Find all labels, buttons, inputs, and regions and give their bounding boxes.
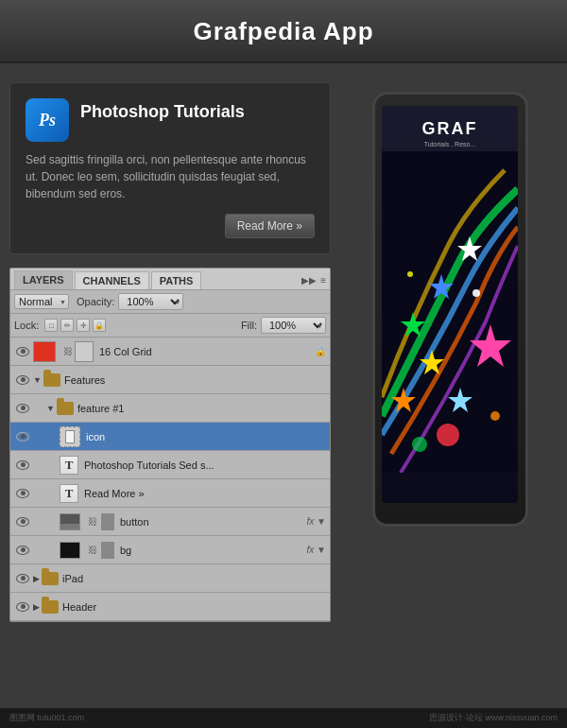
ipad-screen: GRAF Tutorials , Reso... bbox=[382, 106, 518, 503]
eye-icon-header-layer[interactable] bbox=[14, 598, 31, 615]
eye-glyph bbox=[16, 432, 29, 442]
layer-name-header-layer: Header bbox=[62, 601, 326, 613]
app-title: Grafpedia App bbox=[0, 17, 567, 46]
tutorial-card-header: Ps Photoshop Tutorials bbox=[26, 98, 315, 142]
layer-thumb-bg2 bbox=[101, 542, 114, 559]
chevron-feature1[interactable]: ▼ bbox=[46, 404, 55, 413]
eye-glyph bbox=[16, 404, 29, 413]
mode-select-wrapper[interactable]: Normal bbox=[14, 294, 69, 309]
folder-icon-header bbox=[42, 600, 59, 614]
layer-thumb-red bbox=[33, 341, 56, 362]
folder-icon-ipad bbox=[42, 572, 59, 585]
eye-icon-icon-layer[interactable] bbox=[14, 428, 31, 445]
fill-select-wrapper[interactable]: 100% bbox=[261, 317, 326, 334]
lock-transparent-icon[interactable]: □ bbox=[44, 319, 58, 332]
layers-panel: LAYERS CHANNELS PATHS ▶▶ ≡ Normal Opacit… bbox=[9, 268, 331, 622]
opacity-label: Opacity: bbox=[77, 296, 114, 307]
lock-move-icon[interactable]: ✛ bbox=[77, 319, 90, 332]
chain-icon-1: ⛓ bbox=[63, 346, 73, 356]
layers-tabs: LAYERS CHANNELS PATHS ▶▶ ≡ bbox=[10, 269, 330, 290]
eye-icon-button[interactable] bbox=[14, 513, 31, 530]
ipad-app-title: GRAF bbox=[382, 106, 518, 141]
ipad-app-subtitle: Tutorials , Reso... bbox=[382, 141, 518, 147]
ipad-screen-content: GRAF Tutorials , Reso... bbox=[382, 106, 518, 503]
eye-icon-ipad[interactable] bbox=[14, 570, 31, 587]
layer-row-feature1[interactable]: ▼ feature #1 bbox=[10, 394, 330, 423]
layer-name-read-more: Read More » bbox=[84, 488, 326, 499]
tutorial-title: Photoshop Tutorials bbox=[80, 98, 245, 123]
opacity-select[interactable]: 100% bbox=[118, 293, 183, 310]
eye-glyph bbox=[16, 489, 29, 498]
tab-expand-icon[interactable]: ▶▶ bbox=[301, 275, 317, 286]
layer-name-feature1: feature #1 bbox=[77, 403, 326, 414]
lock-glyph: 🔒 bbox=[315, 346, 326, 356]
layer-row-button[interactable]: ⛓ button fx ▼ bbox=[10, 508, 330, 536]
lock-label: Lock: bbox=[14, 320, 39, 331]
layer-name-icon: icon bbox=[86, 431, 326, 442]
eye-glyph bbox=[16, 347, 29, 356]
fill-select[interactable]: 100% bbox=[261, 317, 326, 334]
eye-icon-features[interactable] bbox=[14, 372, 31, 389]
tab-menu-icon[interactable]: ≡ bbox=[320, 275, 326, 286]
read-more-button[interactable]: Read More » bbox=[225, 214, 315, 238]
chevron-ipad[interactable]: ▶ bbox=[33, 574, 40, 583]
layer-name-button: button bbox=[120, 516, 303, 528]
layer-row-bg[interactable]: ⛓ bg fx ▼ bbox=[10, 536, 330, 564]
svg-point-12 bbox=[490, 411, 500, 421]
right-panel: GRAF Tutorials , Reso... bbox=[342, 82, 558, 622]
eye-icon-ps-text[interactable] bbox=[14, 457, 31, 474]
tab-layers[interactable]: LAYERS bbox=[14, 270, 73, 289]
svg-point-8 bbox=[437, 424, 459, 446]
ipad-stars-svg bbox=[382, 151, 518, 473]
eye-icon-feature1[interactable] bbox=[14, 400, 31, 417]
app-header: Grafpedia App bbox=[0, 0, 567, 63]
lock-paint-icon[interactable]: ✏ bbox=[60, 319, 74, 332]
main-content: Ps Photoshop Tutorials Sed sagittis frin… bbox=[0, 63, 567, 622]
watermark-left: 图图网 tutu001.com bbox=[9, 712, 84, 724]
ipad-mockup: GRAF Tutorials , Reso... bbox=[372, 92, 528, 527]
eye-icon-bg[interactable] bbox=[14, 542, 31, 559]
tutorial-description: Sed sagittis fringilla orci, non pellent… bbox=[26, 151, 315, 202]
left-panel: Ps Photoshop Tutorials Sed sagittis frin… bbox=[9, 82, 331, 622]
ps-icon: Ps bbox=[26, 98, 69, 142]
layers-controls-mode: Normal Opacity: 100% bbox=[10, 290, 330, 314]
fill-label: Fill: bbox=[241, 320, 257, 331]
eye-glyph bbox=[16, 517, 29, 527]
blend-mode-select[interactable]: Normal bbox=[14, 294, 69, 309]
tab-paths[interactable]: PATHS bbox=[151, 271, 202, 289]
layer-row-icon[interactable]: icon bbox=[10, 423, 330, 451]
watermark-right: 思源设计·论坛 www.nissvuan.com bbox=[429, 712, 558, 724]
icon-inner bbox=[65, 430, 75, 443]
eye-glyph bbox=[16, 546, 29, 555]
layer-thumb-icon bbox=[60, 426, 80, 447]
layer-name-ps-text: Photoshop Tutorials Sed s... bbox=[84, 459, 326, 471]
svg-point-10 bbox=[472, 289, 480, 297]
fx-label-bg: fx ▼ bbox=[307, 545, 326, 555]
svg-point-11 bbox=[407, 271, 413, 277]
layer-row-features[interactable]: ▼ Features bbox=[10, 366, 330, 394]
layer-name-features: Features bbox=[64, 374, 326, 386]
chevron-features[interactable]: ▼ bbox=[33, 375, 42, 385]
eye-glyph bbox=[16, 574, 29, 583]
eye-icon-read-more[interactable] bbox=[14, 485, 31, 502]
text-icon-read-more: T bbox=[60, 484, 78, 503]
layer-row-read-more[interactable]: T Read More » bbox=[10, 479, 330, 508]
eye-glyph bbox=[16, 602, 29, 612]
text-icon-ps-text: T bbox=[60, 456, 78, 475]
eye-glyph bbox=[16, 375, 29, 385]
layer-row-ipad[interactable]: ▶ iPad bbox=[10, 564, 330, 593]
svg-point-9 bbox=[412, 437, 427, 452]
layer-row-16-col-grid[interactable]: ⛓ 16 Col Grid 🔒 bbox=[10, 338, 330, 366]
folder-icon-features bbox=[43, 373, 60, 387]
chain-icon-bg: ⛓ bbox=[88, 545, 97, 555]
layer-name-16-col: 16 Col Grid bbox=[99, 346, 311, 357]
watermark-bar: 图图网 tutu001.com 思源设计·论坛 www.nissvuan.com bbox=[0, 708, 567, 728]
layer-row-ps-text[interactable]: T Photoshop Tutorials Sed s... bbox=[10, 451, 330, 479]
opacity-select-wrapper[interactable]: 100% bbox=[118, 293, 183, 310]
tab-channels[interactable]: CHANNELS bbox=[75, 271, 149, 289]
layer-row-header[interactable]: ▶ Header bbox=[10, 593, 330, 621]
chevron-header[interactable]: ▶ bbox=[33, 602, 40, 612]
layers-controls-lock: Lock: □ ✏ ✛ 🔒 Fill: 100% bbox=[10, 314, 330, 338]
lock-all-icon[interactable]: 🔒 bbox=[93, 319, 106, 332]
eye-icon-16-col[interactable] bbox=[14, 343, 31, 360]
